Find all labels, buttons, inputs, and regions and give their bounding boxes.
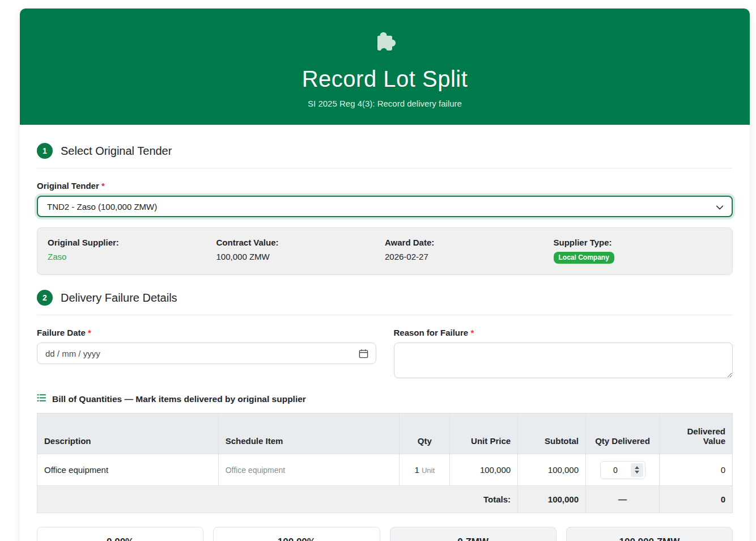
info-original-supplier: Original Supplier: Zaso bbox=[48, 238, 216, 264]
totals-label: Totals: bbox=[37, 486, 518, 513]
reason-for-failure-textarea[interactable] bbox=[394, 343, 733, 378]
failure-date-group: Failure Date * dd / mm / yyyy bbox=[37, 328, 376, 381]
boq-table: Description Schedule Item Qty Unit Price… bbox=[37, 413, 733, 513]
divider bbox=[37, 315, 733, 315]
boq-totals-row: Totals: 100,000 — 0 bbox=[37, 486, 733, 513]
cell-schedule-item: Office equipment bbox=[218, 454, 400, 486]
col-qty: Qty bbox=[400, 413, 450, 454]
section-select-original-tender: 1 Select Original Tender bbox=[37, 143, 733, 159]
col-delivered-value: Delivered Value bbox=[660, 413, 733, 454]
date-placeholder: dd / mm / yyyy bbox=[45, 349, 100, 358]
number-spinner[interactable] bbox=[631, 463, 643, 477]
totals-delivered-value: 0 bbox=[660, 486, 733, 513]
qty-unit: Unit bbox=[422, 466, 435, 475]
original-tender-label-text: Original Tender bbox=[37, 181, 99, 191]
failure-date-input[interactable]: dd / mm / yyyy bbox=[37, 343, 376, 364]
qty-number: 1 bbox=[414, 465, 419, 475]
original-tender-label: Original Tender * bbox=[37, 181, 733, 191]
info-label: Original Supplier: bbox=[48, 238, 216, 247]
boq-header-row: Description Schedule Item Qty Unit Price… bbox=[37, 413, 733, 454]
spinner-down-icon[interactable] bbox=[635, 471, 639, 474]
info-label: Supplier Type: bbox=[554, 238, 723, 247]
qty-delivered-input[interactable]: 0 bbox=[600, 461, 645, 479]
cell-delivered-value: 0 bbox=[660, 454, 733, 486]
info-award-date: Award Date: 2026-02-27 bbox=[385, 238, 554, 264]
record-lot-split-card: Record Lot Split SI 2025 Reg 4(3): Recor… bbox=[20, 9, 750, 541]
col-unit-price: Unit Price bbox=[450, 413, 518, 454]
col-schedule-item: Schedule Item bbox=[218, 413, 400, 454]
cell-subtotal: 100,000 bbox=[518, 454, 586, 486]
calendar-icon[interactable] bbox=[359, 349, 368, 360]
totals-subtotal: 100,000 bbox=[518, 486, 586, 513]
failure-date-label: Failure Date * bbox=[37, 328, 376, 337]
info-value-contract: 100,000 ZMW bbox=[216, 252, 385, 261]
cell-qty: 1 Unit bbox=[400, 454, 450, 486]
summary-card-failed-percent: 100.00% bbox=[213, 527, 380, 541]
page-header: Record Lot Split SI 2025 Reg 4(3): Recor… bbox=[20, 9, 750, 125]
totals-qty-delivered: — bbox=[586, 486, 660, 513]
info-contract-value: Contract Value: 100,000 ZMW bbox=[216, 238, 385, 264]
step-1-badge: 1 bbox=[37, 143, 53, 159]
info-label: Award Date: bbox=[385, 238, 554, 247]
cell-qty-delivered: 0 bbox=[586, 454, 660, 486]
required-asterisk: * bbox=[88, 328, 91, 337]
boq-heading: Bill of Quantities — Mark items delivere… bbox=[37, 393, 733, 405]
col-description: Description bbox=[37, 413, 219, 454]
col-qty-delivered: Qty Delivered bbox=[586, 413, 660, 454]
chevron-down-icon bbox=[716, 204, 724, 213]
reason-label-text: Reason for Failure bbox=[394, 328, 469, 337]
reason-for-failure-group: Reason for Failure * bbox=[394, 328, 733, 381]
original-tender-selected-value: TND2 - Zaso (100,000 ZMW) bbox=[47, 202, 157, 212]
info-value-award-date: 2026-02-27 bbox=[385, 252, 554, 261]
required-asterisk: * bbox=[101, 181, 105, 191]
puzzle-piece-icon bbox=[370, 26, 400, 55]
failure-date-label-text: Failure Date bbox=[37, 328, 86, 337]
cell-unit-price: 100,000 bbox=[450, 454, 518, 486]
summary-card-delivered-percent: 0.00% bbox=[37, 527, 203, 541]
local-company-badge: Local Company bbox=[554, 252, 614, 264]
boq-row: Office equipment Office equipment 1 Unit… bbox=[37, 454, 733, 486]
divider bbox=[37, 168, 733, 168]
section-delivery-failure-details: 2 Delivery Failure Details bbox=[37, 290, 733, 306]
step-2-badge: 2 bbox=[37, 290, 53, 306]
cell-description: Office equipment bbox=[37, 454, 219, 486]
col-subtotal: Subtotal bbox=[518, 413, 586, 454]
section-2-title: Delivery Failure Details bbox=[61, 291, 177, 305]
info-supplier-type: Supplier Type: Local Company bbox=[554, 238, 723, 264]
required-asterisk: * bbox=[470, 328, 474, 337]
list-icon bbox=[37, 393, 46, 405]
tender-info-box: Original Supplier: Zaso Contract Value: … bbox=[37, 227, 733, 275]
qty-delivered-value: 0 bbox=[601, 466, 631, 475]
info-value-supplier: Zaso bbox=[48, 252, 216, 261]
summary-card-delivered-amount: 0 ZMW bbox=[390, 527, 557, 541]
original-tender-select[interactable]: TND2 - Zaso (100,000 ZMW) bbox=[37, 196, 733, 217]
spinner-up-icon[interactable] bbox=[635, 466, 639, 469]
reason-for-failure-label: Reason for Failure * bbox=[394, 328, 733, 337]
summary-card-total-amount: 100,000 ZMW bbox=[566, 527, 733, 541]
page-title: Record Lot Split bbox=[302, 66, 468, 92]
page-subtitle: SI 2025 Reg 4(3): Record delivery failur… bbox=[308, 99, 462, 108]
boq-heading-text: Bill of Quantities — Mark items delivere… bbox=[52, 394, 306, 404]
section-1-title: Select Original Tender bbox=[61, 145, 172, 158]
summary-cards: 0.00% 100.00% 0 ZMW 100,000 ZMW bbox=[37, 527, 733, 541]
info-label: Contract Value: bbox=[216, 238, 385, 247]
